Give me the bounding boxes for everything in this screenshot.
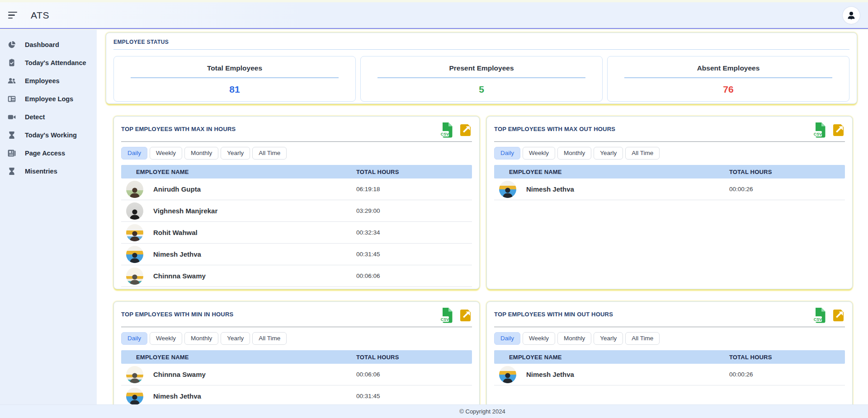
tab-weekly[interactable]: Weekly — [523, 147, 555, 160]
employee-avatar — [499, 181, 516, 198]
footer: © Copyright 2024 — [0, 404, 868, 418]
csv-export-icon[interactable]: CSV — [440, 122, 453, 138]
sidebar-item-dashboard[interactable]: Dashboard — [0, 36, 97, 54]
total-hours-value: 00:32:34 — [356, 229, 380, 236]
panel-top-employees-with-min-in-hours: TOP EMPLOYEES WITH MIN IN HOURS CSV — [113, 301, 480, 418]
tab-weekly[interactable]: Weekly — [523, 332, 555, 345]
stat-value: 81 — [114, 84, 355, 95]
sidebar-item-misentries[interactable]: Misentries — [0, 162, 97, 180]
panel-title: TOP EMPLOYEES WITH MIN OUT HOURS — [494, 311, 613, 318]
external-link-icon[interactable] — [460, 124, 472, 136]
hamburger-menu-icon[interactable] — [8, 12, 18, 19]
column-header-total-hours: TOTAL HOURS — [729, 169, 772, 175]
svg-text:CSV: CSV — [441, 317, 449, 322]
tab-weekly[interactable]: Weekly — [150, 147, 182, 160]
hourglass-icon — [8, 167, 16, 175]
csv-export-icon[interactable]: CSV — [813, 308, 826, 323]
users-icon — [8, 77, 16, 85]
total-hours-value: 00:06:06 — [356, 272, 380, 279]
book-icon — [8, 149, 16, 157]
pie-chart-icon — [8, 41, 16, 49]
tab-all-time[interactable]: All Time — [625, 332, 660, 345]
column-header-employee-name: EMPLOYEE NAME — [121, 169, 356, 175]
tab-monthly[interactable]: Monthly — [184, 332, 218, 345]
tab-monthly[interactable]: Monthly — [184, 147, 218, 160]
tab-yearly[interactable]: Yearly — [594, 332, 623, 345]
total-hours-value: 00:31:45 — [356, 251, 380, 258]
tab-daily[interactable]: Daily — [494, 147, 520, 160]
tab-all-time[interactable]: All Time — [252, 332, 287, 345]
stat-underline — [131, 77, 338, 78]
table-header-row: EMPLOYEE NAME TOTAL HOURS — [494, 350, 845, 364]
column-header-employee-name: EMPLOYEE NAME — [494, 354, 729, 361]
tab-yearly[interactable]: Yearly — [221, 147, 250, 160]
panel-title: TOP EMPLOYEES WITH MAX OUT HOURS — [494, 126, 615, 132]
tab-daily[interactable]: Daily — [121, 332, 147, 345]
table-row: Nimesh Jethva 00:31:45 — [121, 385, 472, 407]
column-header-total-hours: TOTAL HOURS — [729, 354, 772, 361]
video-camera-icon — [8, 113, 16, 121]
employee-name: Nimesh Jethva — [153, 392, 201, 400]
table-header-row: EMPLOYEE NAME TOTAL HOURS — [494, 165, 845, 178]
person-silhouette-icon — [501, 372, 514, 383]
external-link-icon[interactable] — [460, 310, 472, 321]
external-link-icon[interactable] — [833, 124, 845, 136]
app-header: ATS — [0, 2, 868, 29]
stat-card-present-employees: Present Employees 5 — [360, 56, 603, 102]
tab-daily[interactable]: Daily — [494, 332, 520, 345]
user-profile-button[interactable] — [843, 7, 860, 24]
total-hours-value: 03:29:00 — [356, 207, 380, 214]
employee-avatar — [126, 246, 143, 263]
sidebar-item-employees[interactable]: Employees — [0, 72, 97, 90]
tab-daily[interactable]: Daily — [121, 147, 147, 160]
employee-name: Anirudh Gupta — [153, 185, 201, 193]
employee-name: Vighnesh Manjrekar — [153, 207, 217, 215]
panel-top-employees-with-max-out-hours: TOP EMPLOYEES WITH MAX OUT HOURS CSV — [486, 116, 853, 289]
csv-export-icon[interactable]: CSV — [813, 122, 826, 138]
stat-value: 76 — [608, 84, 849, 95]
sidebar-item-today-s-attendance[interactable]: Today's Attendance — [0, 54, 97, 72]
panel-title: TOP EMPLOYEES WITH MIN IN HOURS — [121, 311, 233, 318]
copyright-text: © Copyright 2024 — [459, 408, 505, 415]
panel-top-employees-with-min-out-hours: TOP EMPLOYEES WITH MIN OUT HOURS CSV — [486, 301, 853, 418]
csv-export-icon[interactable]: CSV — [440, 308, 453, 323]
stat-label: Total Employees — [114, 64, 355, 72]
sidebar-item-detect[interactable]: Detect — [0, 108, 97, 126]
hourglass-icon — [8, 131, 16, 139]
column-header-employee-name: EMPLOYEE NAME — [494, 169, 729, 175]
stat-underline — [624, 77, 832, 78]
person-silhouette-icon — [128, 372, 142, 383]
stat-underline — [377, 77, 585, 78]
table-row: Chinnna Swamy 00:06:06 — [121, 364, 472, 385]
table-row: Nimesh Jethva 00:00:26 — [494, 178, 845, 200]
svg-text:CSV: CSV — [814, 132, 822, 136]
external-link-icon[interactable] — [833, 310, 845, 321]
tab-monthly[interactable]: Monthly — [557, 332, 591, 345]
sidebar-item-page-access[interactable]: Page Access — [0, 144, 97, 162]
employee-avatar — [499, 366, 516, 383]
svg-text:CSV: CSV — [814, 317, 822, 322]
tab-weekly[interactable]: Weekly — [150, 332, 182, 345]
sidebar-item-employee-logs[interactable]: Employee Logs — [0, 90, 97, 108]
total-hours-value: 06:19:18 — [356, 186, 380, 193]
app-title: ATS — [31, 10, 49, 21]
tab-all-time[interactable]: All Time — [625, 147, 660, 160]
panel-title: TOP EMPLOYEES WITH MAX IN HOURS — [121, 126, 236, 132]
time-filter-tabs: DailyWeeklyMonthlyYearlyAll Time — [121, 332, 472, 345]
person-silhouette-icon — [128, 273, 142, 285]
tab-monthly[interactable]: Monthly — [557, 147, 591, 160]
main-content: EMPLOYEE STATUS Total Employees 81 Prese… — [97, 30, 868, 418]
tab-all-time[interactable]: All Time — [252, 147, 287, 160]
sidebar-item-today-s-working[interactable]: Today's Working — [0, 126, 97, 144]
employee-avatar — [126, 224, 143, 241]
tab-yearly[interactable]: Yearly — [594, 147, 623, 160]
panel-divider — [494, 141, 845, 142]
user-icon — [846, 10, 856, 20]
time-filter-tabs: DailyWeeklyMonthlyYearlyAll Time — [121, 147, 472, 160]
panel-divider — [121, 327, 472, 327]
employee-status-card: EMPLOYEE STATUS Total Employees 81 Prese… — [106, 33, 857, 104]
table-row: Vighnesh Manjrekar 03:29:00 — [121, 200, 472, 222]
employee-avatar — [126, 366, 143, 383]
panel-divider — [121, 141, 472, 142]
tab-yearly[interactable]: Yearly — [221, 332, 250, 345]
